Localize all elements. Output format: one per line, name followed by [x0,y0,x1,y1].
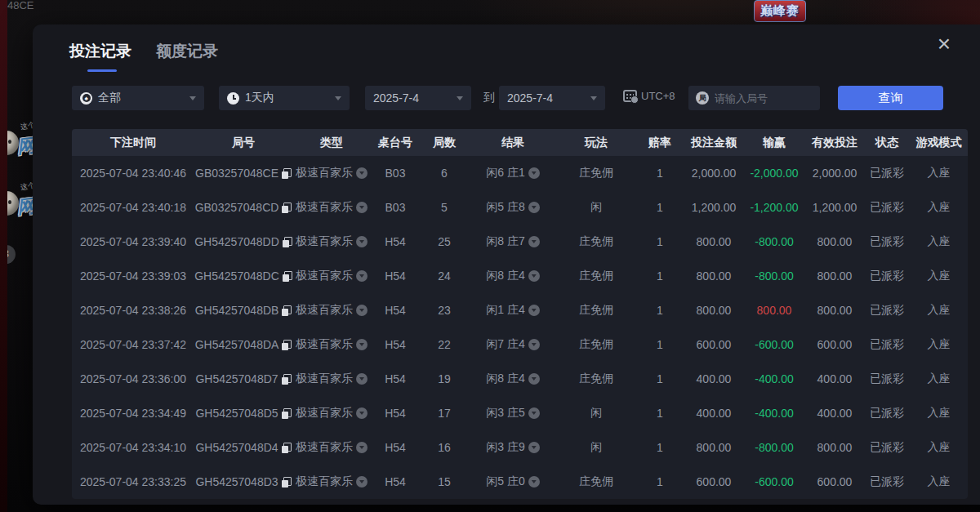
table-row: 2025-07-04 23:36:00GH54257048D7极速百家乐H541… [72,362,968,396]
bet-time-cell: 2025-07-04 23:39:03 [72,259,194,293]
chevron-down-icon [335,96,341,100]
game-type-value: 极速百家乐 [296,200,353,215]
info-icon[interactable] [356,373,368,385]
play-type-value: 庄免佣 [579,303,613,318]
info-icon[interactable] [528,202,540,213]
info-icon[interactable] [528,442,540,453]
time-range-select[interactable]: 1天内 [219,86,350,110]
round-number-value: 25 [438,235,451,248]
copy-icon[interactable] [283,237,292,247]
timezone-control[interactable]: UTC+8 [623,90,675,102]
win-loss-cell: -2,000.00 [743,156,805,190]
copy-icon[interactable] [282,443,292,453]
tab-quota-records[interactable]: 额度记录 [156,41,218,72]
round-number-cell: 17 [420,396,469,430]
copy-icon[interactable] [282,203,292,213]
odds-value: 1 [657,441,663,454]
info-icon[interactable] [356,339,368,350]
copy-icon[interactable] [282,374,292,385]
info-icon[interactable] [356,305,368,316]
game-mode-cell: 入座 [910,396,968,430]
valid-bet-value: 800.00 [817,269,853,283]
bet-amount-cell: 600.00 [684,465,743,499]
game-mode-cell: 入座 [910,156,968,190]
win-loss-cell: -600.00 [743,465,805,499]
game-id-value: GH54257048DB [195,304,279,317]
date-from-select[interactable]: 2025-7-4 [365,86,471,110]
win-loss-value: -400.00 [755,407,793,420]
info-icon[interactable] [528,270,540,282]
bet-time-cell: 2025-07-04 23:39:40 [72,225,194,259]
table-row: 2025-07-04 23:39:03GH54257048DC极速百家乐H542… [72,259,968,293]
play-type-cell: 闲 [557,396,635,430]
round-number-value: 24 [438,269,451,283]
game-mode-cell: 入座 [910,327,968,362]
info-icon[interactable] [356,407,368,419]
info-icon[interactable] [528,407,540,419]
game-type-cell: 极速百家乐 [292,465,371,499]
play-type-cell: 庄免佣 [557,327,635,362]
table-number-cell: H54 [371,293,420,327]
win-loss-cell: -1,200.00 [743,190,805,225]
copy-icon[interactable] [282,408,292,419]
win-loss-cell: -800.00 [743,430,805,465]
info-icon[interactable] [528,476,540,488]
game-type-cell: 极速百家乐 [292,430,371,465]
info-icon[interactable] [356,476,368,488]
copy-icon[interactable] [282,168,292,179]
odds-value: 1 [657,372,663,385]
play-type-value: 庄免佣 [579,166,613,180]
game-id-cell: GH54257048DD [194,225,292,259]
copy-icon[interactable] [283,271,292,282]
copy-icon[interactable] [282,340,292,350]
game-type-value: 极速百家乐 [296,440,353,455]
bet-amount-header: 投注金额 [684,129,743,156]
table-row: 2025-07-04 23:40:18GB03257048CD极速百家乐B035… [72,190,968,225]
copy-icon[interactable] [282,477,292,488]
game-round-icon: 局 [696,91,709,105]
info-icon[interactable] [356,167,368,179]
info-icon[interactable] [356,442,368,453]
play-type-cell: 闲 [557,190,635,225]
info-icon[interactable] [356,270,368,282]
odds-value: 1 [657,167,663,180]
round-number-cell: 5 [420,190,469,225]
bet-time-cell: 2025-07-04 23:37:42 [72,327,194,362]
game-id-value: GH54257048D4 [195,441,278,454]
info-icon[interactable] [528,167,540,179]
category-select[interactable]: 全部 [72,86,204,110]
info-icon[interactable] [528,236,540,247]
table-number-value: B03 [385,167,406,180]
odds-cell: 1 [635,259,684,293]
round-number-header: 局数 [420,129,469,156]
copy-icon[interactable] [282,305,292,316]
game-id-cell: GH54257048D3 [194,465,292,499]
info-icon[interactable] [528,339,540,350]
result-value: 闲8 庄7 [486,234,524,249]
bet-time-value: 2025-07-04 23:33:25 [80,475,186,488]
records-table: 下注时间局号类型桌台号局数结果玩法赔率投注金额输赢有效投注状态游戏模式 2025… [72,129,968,499]
game-id-cell: GH54257048D5 [194,396,292,430]
filter-bar: 全部 1天内 2025-7-4 到 2025-7-4 UTC+8 局 查询 [33,86,980,110]
close-icon[interactable]: × [929,29,959,59]
game-id-search-input[interactable] [715,92,813,105]
status-value: 已派彩 [870,166,904,180]
bet-amount-value: 400.00 [697,372,732,385]
info-icon[interactable] [356,202,368,213]
win-loss-value: -400.00 [755,372,793,385]
info-icon[interactable] [528,373,540,385]
play-type-value: 庄免佣 [579,234,613,249]
game-id-cell: GH54257048D7 [194,362,292,396]
valid-bet-value: 600.00 [817,475,853,488]
bet-amount-value: 1,200.00 [692,201,737,214]
game-mode-value: 入座 [928,269,951,283]
date-to-select[interactable]: 2025-7-4 [499,86,605,110]
game-mode-cell: 入座 [910,362,968,396]
query-button[interactable]: 查询 [838,86,943,110]
bet-time-cell: 2025-07-04 23:40:46 [72,156,194,190]
info-icon[interactable] [356,236,368,247]
result-value: 闲5 庄0 [486,474,524,489]
tab-betting-records[interactable]: 投注记录 [69,41,131,72]
play-type-value: 闲 [590,440,602,455]
info-icon[interactable] [528,305,540,316]
